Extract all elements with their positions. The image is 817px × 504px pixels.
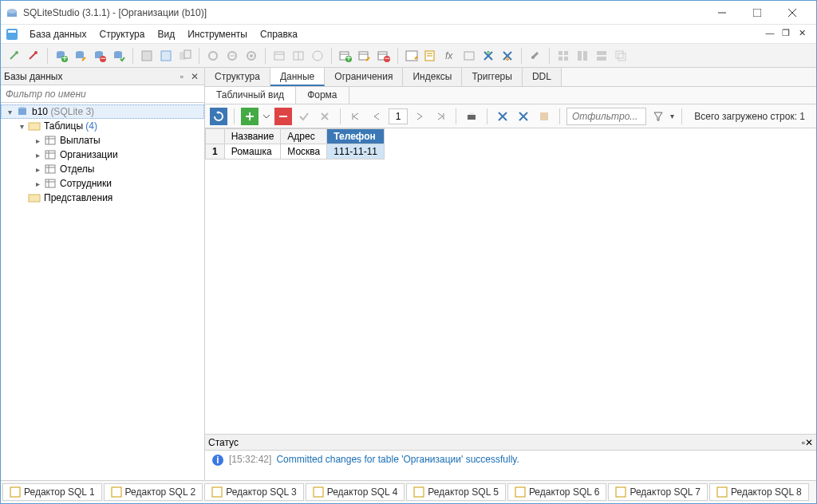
tab-triggers[interactable]: Триггеры xyxy=(462,68,523,86)
chevron-right-icon[interactable]: ▸ xyxy=(33,150,42,159)
bottom-tab[interactable]: Редактор SQL 2 xyxy=(104,483,203,501)
tree-table-item[interactable]: ▸ Отделы xyxy=(1,162,204,176)
add-row-button[interactable] xyxy=(241,108,259,125)
filter-dropdown[interactable]: ▾ xyxy=(670,112,675,120)
settings-button[interactable] xyxy=(527,47,544,65)
export-data-button[interactable] xyxy=(515,108,532,125)
tree-table-item[interactable]: ▸ Организации xyxy=(1,148,204,162)
tab-ddl[interactable]: DDL xyxy=(523,68,562,86)
sql-editor-button[interactable] xyxy=(403,47,420,65)
menu-tools[interactable]: Инструменты xyxy=(181,26,254,42)
first-page-button[interactable] xyxy=(347,108,365,125)
tree-views-node[interactable]: ▸ Представления xyxy=(1,191,204,205)
tab-data[interactable]: Данные xyxy=(270,68,325,86)
toolbar-btn-12[interactable] xyxy=(243,47,260,65)
tree-db-node[interactable]: ▾ b10 (SQLite 3) xyxy=(1,104,204,119)
next-page-button[interactable] xyxy=(411,108,428,125)
delete-row-button[interactable] xyxy=(274,108,292,125)
maximize-button[interactable] xyxy=(740,2,775,24)
filter-input[interactable] xyxy=(1,85,204,102)
menu-help[interactable]: Справка xyxy=(254,26,304,42)
new-table-button[interactable]: + xyxy=(337,47,354,65)
edit-db-button[interactable] xyxy=(72,47,89,65)
tree-table-item[interactable]: ▸ Выплаты xyxy=(1,133,204,148)
import-data-button[interactable] xyxy=(494,108,511,125)
print-button[interactable] xyxy=(463,108,480,125)
toolbar-btn-13[interactable] xyxy=(270,47,288,65)
bottom-tab[interactable]: Редактор SQL 3 xyxy=(204,483,304,501)
commit-button[interactable] xyxy=(295,108,313,125)
toolbar-btn-14[interactable] xyxy=(290,47,307,65)
menu-database[interactable]: База данных xyxy=(23,26,93,42)
chevron-down-icon[interactable]: ▾ xyxy=(5,107,14,116)
refresh-button[interactable] xyxy=(210,108,227,125)
add-row-dropdown[interactable] xyxy=(262,108,271,125)
toolbar-btn-11[interactable] xyxy=(223,47,241,65)
chevron-down-icon[interactable]: ▾ xyxy=(17,121,26,131)
page-number-input[interactable] xyxy=(389,108,408,124)
last-page-button[interactable] xyxy=(432,108,449,125)
table-row[interactable]: 1 Ромашка Москва 111-11-11 xyxy=(206,144,385,159)
import-button[interactable] xyxy=(480,47,497,65)
sidebar-close-icon[interactable]: ✕ xyxy=(188,70,201,83)
subtab-grid[interactable]: Табличный вид xyxy=(205,87,296,104)
close-button[interactable] xyxy=(775,2,810,24)
bottom-tab[interactable]: Редактор SQL 5 xyxy=(406,483,506,501)
column-header[interactable]: Название xyxy=(224,129,281,144)
layout-cascade-button[interactable] xyxy=(612,47,630,65)
layout-grid-button[interactable] xyxy=(555,47,572,65)
export-button[interactable] xyxy=(499,47,516,65)
commit-db-button[interactable] xyxy=(110,47,128,65)
mdi-minimize-icon[interactable]: — xyxy=(764,28,776,41)
chevron-right-icon[interactable]: ▸ xyxy=(33,179,42,188)
bottom-tab[interactable]: Редактор SQL 8 xyxy=(709,483,809,501)
chevron-right-icon[interactable]: ▸ xyxy=(33,164,42,174)
menu-view[interactable]: Вид xyxy=(151,26,181,42)
edit-table-button[interactable] xyxy=(356,47,373,65)
connect-db-button[interactable] xyxy=(6,47,23,65)
tree-item-label: Сотрудники xyxy=(60,178,112,189)
bottom-tab[interactable]: Редактор SQL 4 xyxy=(306,483,405,501)
tab-constraints[interactable]: Ограничения xyxy=(325,68,403,86)
populate-button[interactable] xyxy=(535,108,553,125)
tree-table-item[interactable]: ▸ Сотрудники xyxy=(1,176,204,191)
toolbar-btn-15[interactable] xyxy=(309,47,326,65)
rollback-button[interactable] xyxy=(316,108,334,125)
tab-structure[interactable]: Структура xyxy=(205,68,270,86)
column-header-selected[interactable]: Телефон xyxy=(327,129,385,144)
history-button[interactable] xyxy=(422,47,440,65)
disconnect-db-button[interactable] xyxy=(25,47,42,65)
sidebar-float-icon[interactable]: ▫ xyxy=(176,70,188,83)
layout-vsplit-button[interactable] xyxy=(593,47,610,65)
collation-button[interactable] xyxy=(460,47,478,65)
layout-hsplit-button[interactable] xyxy=(574,47,591,65)
remove-db-button[interactable]: − xyxy=(91,47,109,65)
chevron-right-icon[interactable]: ▸ xyxy=(33,136,42,145)
mdi-close-icon[interactable]: ✕ xyxy=(795,28,808,41)
tree-tables-node[interactable]: ▾ Таблицы (4) xyxy=(1,119,204,133)
bottom-tab[interactable]: Редактор SQL 1 xyxy=(2,483,102,501)
toolbar-btn-9[interactable] xyxy=(176,47,194,65)
column-header[interactable]: Адрес xyxy=(281,129,327,144)
cell[interactable]: Ромашка xyxy=(224,144,281,159)
status-close-icon[interactable]: ✕ xyxy=(805,437,813,448)
bottom-tab[interactable]: Редактор SQL 7 xyxy=(608,483,708,501)
subtab-form[interactable]: Форма xyxy=(296,87,349,104)
data-filter-input[interactable] xyxy=(566,108,646,125)
prev-page-button[interactable] xyxy=(368,108,385,125)
toolbar-btn-8[interactable] xyxy=(157,47,175,65)
toolbar-btn-7[interactable] xyxy=(138,47,156,65)
menu-structure[interactable]: Структура xyxy=(93,26,151,42)
fx-button[interactable]: fx xyxy=(441,47,459,65)
mdi-restore-icon[interactable]: ❐ xyxy=(780,28,792,41)
add-db-button[interactable]: + xyxy=(53,47,70,65)
svg-rect-3 xyxy=(753,9,761,17)
delete-table-button[interactable]: − xyxy=(375,47,393,65)
minimize-button[interactable] xyxy=(705,2,740,24)
cell-selected[interactable]: 111-11-11 xyxy=(327,144,385,159)
toolbar-btn-10[interactable] xyxy=(204,47,222,65)
filter-apply-button[interactable] xyxy=(649,108,667,125)
tab-indexes[interactable]: Индексы xyxy=(403,68,462,86)
cell[interactable]: Москва xyxy=(281,144,327,159)
bottom-tab[interactable]: Редактор SQL 6 xyxy=(507,483,607,501)
